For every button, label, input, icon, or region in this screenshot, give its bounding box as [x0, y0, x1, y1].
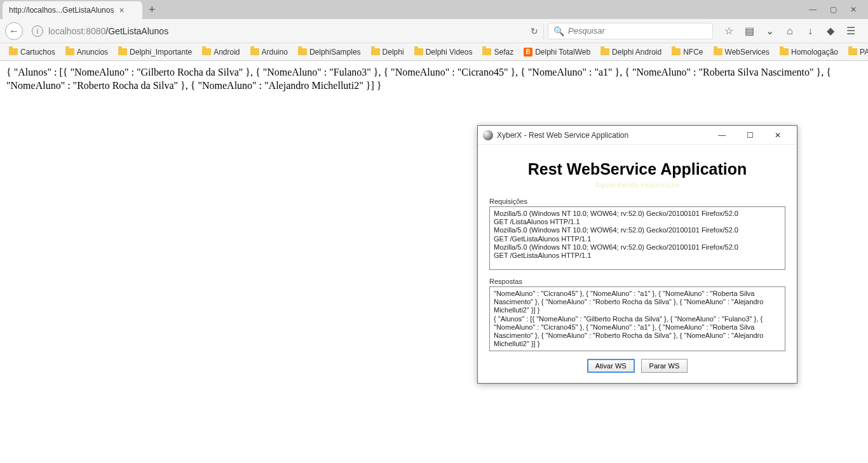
- bookmark-label: Delphi TotalWeb: [535, 48, 590, 57]
- bookmark-label: NFCe: [683, 48, 703, 57]
- page-body-json: { "Alunos" : [{ "NomeAluno" : "Gilberto …: [0, 61, 868, 98]
- bookmark-item[interactable]: Android: [198, 46, 243, 58]
- bookmark-label: Sefaz: [494, 48, 513, 57]
- bookmark-label: DelphiSamples: [309, 48, 361, 57]
- bookmark-item[interactable]: PAF-ECF: [844, 46, 868, 58]
- home-icon[interactable]: ⌂: [784, 25, 796, 37]
- search-box[interactable]: 🔍: [548, 23, 713, 39]
- bookmark-item[interactable]: Delphi Videos: [410, 46, 477, 58]
- bookmark-label: WebServices: [725, 48, 770, 57]
- bookmark-label: Homologação: [791, 48, 838, 57]
- search-icon: 🔍: [553, 26, 564, 36]
- bookmark-item[interactable]: BDelphi TotalWeb: [520, 46, 594, 58]
- minimize-icon[interactable]: —: [808, 5, 817, 14]
- browser-window: http://localhos...GetListaAlunos × + — ▢…: [0, 0, 868, 61]
- bookmark-label: Delphi: [383, 48, 404, 57]
- folder-icon: [482, 48, 491, 55]
- nav-bar: ← i localhost:8080/GetListaAlunos ↻ 🔍 ☆ …: [0, 19, 868, 43]
- requests-label: Requisições: [489, 198, 785, 205]
- bookmark-star-icon[interactable]: ☆: [723, 25, 735, 37]
- close-tab-icon[interactable]: ×: [119, 5, 124, 15]
- library-icon[interactable]: ▤: [743, 25, 755, 37]
- folder-icon: [118, 48, 127, 55]
- bookmark-label: Arduino: [262, 48, 288, 57]
- bookmark-label: Delphi_Importante: [130, 48, 192, 57]
- bookmark-label: Android: [214, 48, 240, 57]
- button-row: Ativar WS Parar WS: [489, 359, 785, 373]
- app-icon: [483, 130, 493, 140]
- bookmark-label: Delphi Android: [612, 48, 661, 57]
- folder-icon: [600, 48, 609, 55]
- app-close-icon[interactable]: ✕: [764, 126, 792, 144]
- bookmark-label: Delphi Videos: [426, 48, 473, 57]
- bookmark-item[interactable]: Delphi: [367, 46, 408, 58]
- new-tab-button[interactable]: +: [149, 3, 156, 17]
- activate-ws-button[interactable]: Ativar WS: [587, 359, 635, 373]
- url-text: localhost:8080/GetListaAlunos: [48, 26, 168, 36]
- site-info-icon[interactable]: i: [32, 25, 43, 37]
- app-maximize-icon[interactable]: ☐: [736, 126, 764, 144]
- app-heading: Rest WebService Application: [489, 160, 785, 178]
- app-title: XyberX - Rest Web Service Application: [497, 131, 628, 140]
- downloads-icon[interactable]: ↓: [804, 25, 816, 37]
- app-window: XyberX - Rest Web Service Application — …: [477, 125, 797, 384]
- folder-icon: [202, 48, 211, 55]
- bookmark-item[interactable]: Delphi Android: [597, 46, 665, 58]
- folder-icon: [672, 48, 681, 55]
- app-subheading: Aguardando requisição: [489, 181, 785, 189]
- app-titlebar[interactable]: XyberX - Rest Web Service Application — …: [478, 126, 797, 145]
- app-minimize-icon[interactable]: —: [708, 126, 736, 144]
- back-button[interactable]: ←: [5, 22, 23, 40]
- requests-log[interactable]: Mozilla/5.0 (Windows NT 10.0; WOW64; rv:…: [489, 206, 785, 270]
- bookmark-item[interactable]: Cartuchos: [5, 46, 59, 58]
- stop-ws-button[interactable]: Parar WS: [641, 359, 688, 373]
- bookmark-item[interactable]: Homologação: [776, 46, 842, 58]
- maximize-icon[interactable]: ▢: [829, 5, 837, 14]
- folder-icon: [848, 48, 857, 55]
- puzzle-icon[interactable]: ◆: [825, 25, 836, 37]
- toolbar-icons: ☆ ▤ ⌄ ⌂ ↓ ◆ ☰: [717, 25, 863, 37]
- app-body: Rest WebService Application Aguardando r…: [478, 145, 797, 383]
- folder-icon: [298, 48, 307, 55]
- refresh-icon[interactable]: ↻: [531, 26, 538, 36]
- close-icon[interactable]: ✕: [849, 5, 858, 14]
- bookmark-item[interactable]: DelphiSamples: [294, 46, 365, 58]
- bookmark-label: Anuncios: [77, 48, 108, 57]
- folder-icon: [780, 48, 789, 55]
- folder-icon: [714, 48, 722, 55]
- url-bar[interactable]: i localhost:8080/GetListaAlunos ↻: [27, 23, 544, 39]
- pocket-icon[interactable]: ⌄: [764, 25, 775, 37]
- bookmark-item[interactable]: WebServices: [710, 46, 773, 58]
- bookmark-item[interactable]: Delphi_Importante: [114, 46, 196, 58]
- responses-label: Respostas: [489, 278, 785, 285]
- bookmark-label: PAF-ECF: [860, 48, 868, 57]
- folder-icon: [9, 48, 18, 55]
- folder-icon: [250, 48, 259, 55]
- bookmark-item[interactable]: Sefaz: [478, 46, 517, 58]
- search-input[interactable]: [568, 26, 707, 36]
- folder-icon: [414, 48, 423, 55]
- folder-icon: [65, 48, 74, 55]
- tab-title: http://localhos...GetListaAlunos: [9, 6, 114, 15]
- bookmark-item[interactable]: NFCe: [668, 46, 707, 58]
- window-controls: — ▢ ✕: [808, 5, 865, 14]
- blogger-icon: B: [524, 48, 532, 57]
- menu-icon[interactable]: ☰: [845, 25, 857, 37]
- folder-icon: [371, 48, 380, 55]
- responses-log[interactable]: "NomeAluno" : "Cicrano45" }, { "NomeAlun…: [489, 286, 785, 351]
- bookmark-label: Cartuchos: [20, 48, 55, 57]
- bookmarks-bar: CartuchosAnunciosDelphi_ImportanteAndroi…: [0, 43, 868, 61]
- bookmark-item[interactable]: Anuncios: [62, 46, 112, 58]
- browser-tab[interactable]: http://localhos...GetListaAlunos ×: [3, 1, 142, 19]
- tab-bar: http://localhos...GetListaAlunos × + — ▢…: [0, 0, 868, 19]
- bookmark-item[interactable]: Arduino: [247, 46, 292, 58]
